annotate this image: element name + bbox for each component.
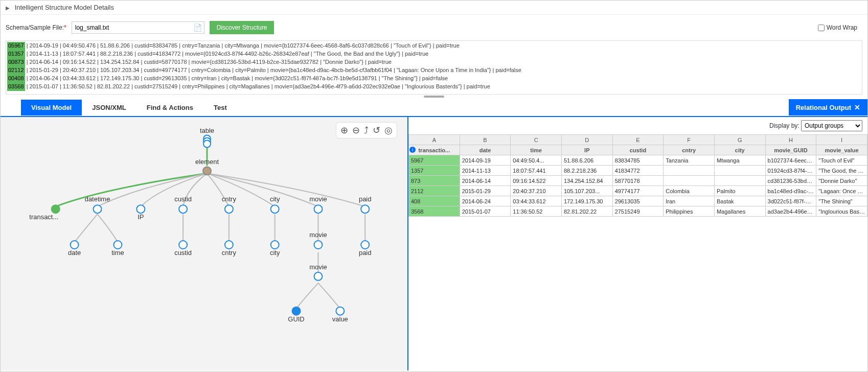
output-grid[interactable]: ABCDEFGHItransactio...datetimeIPcustidcn… — [408, 134, 867, 217]
col-header[interactable]: transactio... — [409, 145, 460, 155]
svg-point-3 — [203, 141, 211, 148]
col-header[interactable]: date — [460, 145, 511, 155]
log-id: 03568 — [7, 83, 25, 91]
close-icon[interactable]: ✕ — [854, 103, 860, 111]
display-by-select[interactable]: Output groups — [801, 120, 862, 131]
relational-output-pane: Display by: Output groups i ABCDEFGHItra… — [408, 117, 867, 370]
svg-point-15 — [225, 205, 233, 213]
tree-toolbar: ⊕ ⊖ ⤴ ↺ ◎ — [336, 122, 397, 138]
file-row: Schema/Sample File:* 📄 Discover Structur… — [1, 15, 867, 38]
info-icon[interactable]: i — [409, 147, 416, 153]
display-by-row: Display by: Output groups — [408, 117, 867, 134]
col-header[interactable]: movie_GUID — [765, 145, 816, 155]
table-row[interactable]: 8732014-06-1409:16:14.522134.254.152.845… — [409, 176, 867, 186]
log-id: 05967 — [7, 42, 25, 50]
log-id: 01357 — [7, 50, 25, 58]
svg-text:value: value — [332, 315, 348, 323]
svg-text:custid: custid — [174, 195, 192, 203]
svg-text:custid: custid — [174, 249, 192, 257]
col-letter: G — [714, 135, 765, 145]
svg-point-6 — [52, 205, 60, 213]
svg-point-40 — [336, 307, 344, 315]
visual-model-pane: ⊕ ⊖ ⤴ ↺ ◎ — [1, 117, 408, 370]
panel-header[interactable]: Intelligent Structure Model Details — [1, 1, 867, 15]
svg-point-19 — [314, 205, 322, 213]
svg-text:date: date — [68, 249, 81, 257]
svg-text:paid: paid — [359, 249, 372, 257]
svg-point-17 — [271, 205, 279, 213]
svg-text:movie: movie — [309, 263, 327, 271]
log-id: 00873 — [7, 58, 25, 66]
tab-visual-model[interactable]: Visual Model — [21, 100, 82, 115]
log-line: 05967 | 2014-09-19 | 04:49:50.476 | 51.8… — [7, 42, 861, 50]
svg-text:datetime: datetime — [85, 195, 110, 203]
log-line: 00873 | 2014-06-14 | 09:16:14.522 | 134.… — [7, 58, 861, 66]
tab-find-actions[interactable]: Find & Actions — [136, 100, 203, 115]
tab-row: Visual Model JSON/XML Find & Actions Tes… — [1, 99, 867, 117]
tab-test[interactable]: Test — [203, 100, 237, 115]
svg-point-13 — [179, 205, 187, 213]
reset-icon[interactable]: ↺ — [373, 125, 380, 136]
file-label: Schema/Sample File:* — [6, 24, 66, 31]
svg-text:paid: paid — [359, 195, 372, 203]
cell-id: 3568 — [409, 206, 460, 217]
zoom-in-icon[interactable]: ⊕ — [340, 125, 348, 136]
svg-point-26 — [179, 241, 187, 249]
cell-id: 408 — [409, 196, 460, 206]
tab-json-xml[interactable]: JSON/XML — [82, 100, 136, 115]
fit-icon[interactable]: ◎ — [384, 125, 393, 136]
file-input[interactable] — [72, 23, 192, 32]
panel-title: Intelligent Structure Model Details — [15, 4, 114, 11]
rotate-icon[interactable]: ⤴ — [364, 125, 369, 136]
svg-point-9 — [94, 205, 102, 213]
svg-point-21 — [361, 205, 369, 213]
svg-text:cntry: cntry — [222, 195, 237, 203]
col-header[interactable]: custid — [612, 145, 664, 155]
svg-text:GUID: GUID — [288, 315, 304, 323]
table-row[interactable]: 4082014-06-2403:44:33.612172.149.175.302… — [409, 196, 867, 206]
col-letter: A — [409, 135, 460, 145]
col-letter: I — [816, 135, 867, 145]
cell-id: 1357 — [409, 166, 460, 176]
table-row[interactable]: 59672014-09-1904:49:50.4...51.88.6.20683… — [409, 155, 867, 166]
svg-point-5 — [203, 167, 211, 175]
svg-text:movie: movie — [309, 231, 327, 239]
split-grip-horizontal[interactable] — [1, 95, 867, 99]
log-line: 03568 | 2015-01-07 | 11:36:50.52 | 82.81… — [7, 83, 861, 91]
col-letter: F — [664, 135, 715, 145]
col-letter: B — [460, 135, 511, 145]
discover-structure-button[interactable]: Discover Structure — [210, 21, 275, 34]
cell-id: 5967 — [409, 155, 460, 166]
tree-diagram[interactable]: table element transact... datetime IP cu… — [1, 117, 407, 370]
svg-text:transact...: transact... — [29, 213, 58, 221]
table-row[interactable]: 35682015-01-0711:36:50.5282.81.202.22275… — [409, 206, 867, 217]
table-row[interactable]: 21122015-01-2920:40:37.210105.107.203...… — [409, 186, 867, 196]
col-header[interactable]: cntry — [664, 145, 715, 155]
svg-point-24 — [113, 241, 122, 249]
log-id: 00408 — [7, 75, 25, 83]
svg-point-32 — [361, 241, 369, 249]
table-row[interactable]: 13572014-11-1318:07:57.44188.2.218.23641… — [409, 166, 867, 176]
svg-text:element: element — [195, 158, 219, 166]
word-wrap-toggle[interactable]: Word Wrap — [818, 24, 862, 31]
file-icon[interactable]: 📄 — [192, 22, 204, 33]
svg-text:city: city — [270, 195, 280, 203]
log-line: 02112 | 2015-01-29 | 20:40:37.210 | 105.… — [7, 66, 861, 75]
svg-text:movie: movie — [309, 195, 327, 203]
svg-point-28 — [225, 241, 233, 249]
zoom-out-icon[interactable]: ⊖ — [352, 125, 360, 136]
col-header[interactable]: IP — [561, 145, 612, 155]
col-header[interactable]: time — [511, 145, 562, 155]
svg-point-11 — [136, 205, 145, 213]
word-wrap-checkbox[interactable] — [818, 25, 825, 31]
svg-text:IP: IP — [138, 213, 144, 221]
col-header[interactable]: movie_value — [816, 145, 867, 155]
log-line: 01357 | 2014-11-13 | 18:07:57.441 | 88.2… — [7, 50, 861, 58]
col-letter: C — [511, 135, 562, 145]
relational-output-panel-button[interactable]: Relational Output ✕ — [789, 99, 867, 115]
col-letter: D — [561, 135, 612, 145]
svg-point-35 — [314, 241, 322, 249]
file-input-wrap: 📄 — [72, 21, 204, 34]
log-preview-panel: 05967 | 2014-09-19 | 04:49:50.476 | 51.8… — [6, 40, 862, 95]
col-header[interactable]: city — [714, 145, 765, 155]
